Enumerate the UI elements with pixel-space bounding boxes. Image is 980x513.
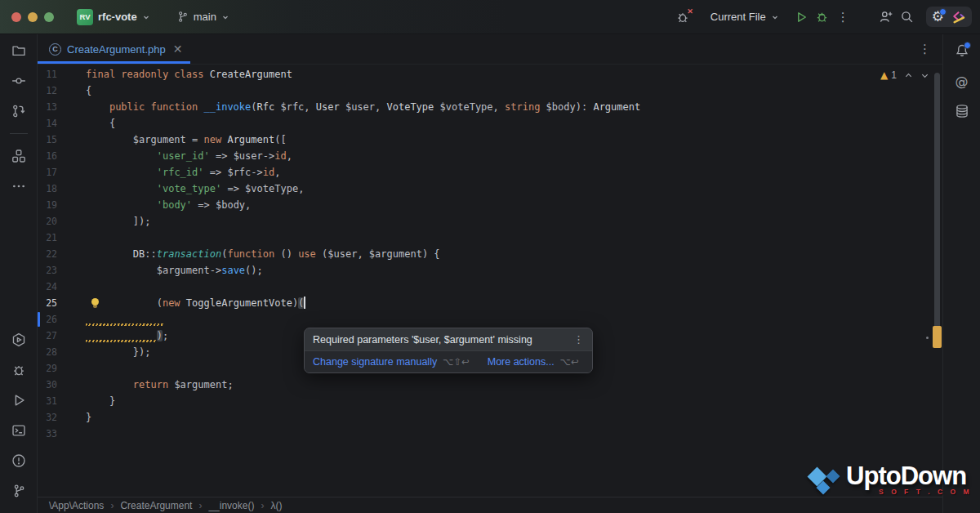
code-line[interactable]: 26: [38, 311, 942, 328]
breadcrumb-item[interactable]: CreateArgument: [120, 500, 192, 511]
run-tool-icon[interactable]: [11, 392, 27, 408]
tooltip-more-icon[interactable]: ⋮: [573, 333, 584, 346]
line-number[interactable]: 17: [38, 164, 57, 181]
close-tab-icon[interactable]: ✕: [173, 42, 183, 56]
database-icon[interactable]: [954, 103, 970, 119]
line-number[interactable]: 29: [38, 360, 57, 377]
line-number[interactable]: 33: [38, 426, 57, 442]
uptodown-watermark: UptoDown S O F T . C O M: [808, 463, 972, 500]
breadcrumb-item[interactable]: __invoke(): [208, 500, 254, 511]
breadcrumb-item[interactable]: λ(): [270, 500, 282, 511]
line-number[interactable]: 30: [38, 377, 57, 393]
line-number[interactable]: 15: [38, 132, 57, 148]
code-line[interactable]: 20 ]);: [38, 213, 942, 230]
code-with-me-button[interactable]: [875, 7, 897, 28]
line-number[interactable]: 26: [38, 311, 57, 328]
code-line[interactable]: 24: [38, 279, 942, 295]
inspection-tooltip: Required parameters '$user, $argument' m…: [304, 328, 593, 373]
terminal-icon[interactable]: [11, 422, 27, 439]
commit-icon[interactable]: [11, 73, 27, 89]
services-icon[interactable]: [11, 332, 27, 348]
breadcrumb-item[interactable]: \App\Actions: [49, 500, 104, 511]
prev-problem-icon[interactable]: [904, 71, 913, 80]
more-actions-button[interactable]: ⋮: [833, 7, 854, 28]
code-line[interactable]: 32}: [38, 409, 942, 426]
structure-icon[interactable]: [11, 148, 27, 164]
next-problem-icon[interactable]: [920, 71, 929, 80]
code-line[interactable]: 13 public function __invoke(Rfc $rfc, Us…: [38, 99, 942, 115]
zoom-window-button[interactable]: [44, 12, 54, 22]
code-line[interactable]: 19 'body' => $body,: [38, 197, 942, 213]
code-line[interactable]: 11final readonly class CreateArgument: [38, 66, 942, 83]
line-number[interactable]: 27: [38, 328, 57, 344]
code-line[interactable]: 21: [38, 230, 942, 246]
debug-listener-button[interactable]: ✕: [673, 7, 694, 28]
notifications-bell-icon[interactable]: [954, 42, 970, 59]
tooltip-action-link[interactable]: More actions...: [488, 356, 555, 368]
pull-requests-icon[interactable]: [11, 103, 27, 119]
line-number[interactable]: 19: [38, 197, 57, 213]
tooltip-message: Required parameters '$user, $argument' m…: [313, 334, 532, 346]
line-number[interactable]: 12: [38, 83, 57, 99]
warning-icon: ▲: [880, 70, 888, 80]
warning-stripe-marker[interactable]: [933, 326, 942, 348]
code-line[interactable]: 17 'rfc_id' => $rfc->id,: [38, 164, 942, 181]
git-icon[interactable]: [11, 483, 27, 499]
inspections-widget[interactable]: ▲ 1: [880, 69, 929, 81]
code-line[interactable]: 15 $argument = new Argument([: [38, 132, 942, 148]
editor[interactable]: 11final readonly class CreateArgument12{…: [38, 65, 942, 497]
line-number[interactable]: 25: [38, 295, 57, 311]
minimize-window-button[interactable]: [28, 12, 38, 22]
line-number[interactable]: 20: [38, 213, 57, 230]
intention-bulb-icon[interactable]: [91, 298, 99, 306]
search-everywhere-button[interactable]: [897, 7, 918, 28]
tooltip-action-link[interactable]: Change signature manually: [313, 356, 437, 368]
code-line[interactable]: 18 'vote_type' => $voteType,: [38, 181, 942, 197]
code-line[interactable]: 23 $argument->save();: [38, 262, 942, 279]
line-number[interactable]: 13: [38, 99, 57, 115]
line-number[interactable]: 14: [38, 115, 57, 132]
code-line[interactable]: 30 return $argument;: [38, 377, 942, 393]
warning-squiggle: [86, 340, 157, 342]
code-line[interactable]: 12{: [38, 83, 942, 99]
line-number[interactable]: 23: [38, 262, 57, 279]
line-number[interactable]: 28: [38, 344, 57, 360]
more-tools-icon[interactable]: [11, 178, 27, 194]
line-number[interactable]: 16: [38, 148, 57, 164]
code-text: 'rfc_id' => $rfc->id,: [86, 164, 280, 181]
line-number[interactable]: 21: [38, 230, 57, 246]
close-window-button[interactable]: [11, 12, 21, 22]
chevron-down-icon: [221, 13, 229, 21]
code-line[interactable]: 33: [38, 426, 942, 442]
code-line[interactable]: 22 DB::transaction(function () use ($use…: [38, 246, 942, 262]
settings-notification-dot: [939, 8, 947, 16]
debug-button[interactable]: [812, 7, 833, 28]
code-line[interactable]: 25 (new ToggleArgumentVote)(: [38, 295, 942, 311]
problems-icon[interactable]: [11, 453, 27, 469]
ai-assistant-icon[interactable]: @: [954, 73, 970, 89]
line-number[interactable]: 31: [38, 393, 57, 409]
warning-count[interactable]: 1: [891, 69, 897, 81]
project-selector[interactable]: RV rfc-vote: [72, 7, 155, 28]
line-number[interactable]: 11: [38, 66, 57, 83]
right-tool-rail: @: [942, 34, 980, 513]
line-number[interactable]: 18: [38, 181, 57, 197]
phpstorm-logo-icon[interactable]: [951, 9, 966, 25]
settings-gear-icon[interactable]: ⚙: [932, 10, 944, 24]
shortcut-hint: ⌥⇧↩: [443, 356, 470, 368]
code-line[interactable]: 14 {: [38, 115, 942, 132]
branch-selector[interactable]: main: [172, 8, 234, 25]
line-number[interactable]: 22: [38, 246, 57, 262]
line-number[interactable]: 32: [38, 409, 57, 426]
code-line[interactable]: 31 }: [38, 393, 942, 409]
line-number[interactable]: 24: [38, 279, 57, 295]
tab-createargument-php[interactable]: C CreateArgument.php ✕: [38, 34, 190, 64]
debug-tool-icon[interactable]: [11, 362, 27, 378]
editor-scrollbar[interactable]: [934, 73, 940, 344]
breadcrumb-separator: ›: [261, 500, 264, 511]
code-line[interactable]: 16 'user_id' => $user->id,: [38, 148, 942, 164]
project-folder-icon[interactable]: [11, 42, 27, 59]
run-configuration-selector[interactable]: Current File: [710, 11, 779, 23]
editor-options-icon[interactable]: ⋮: [919, 42, 931, 56]
run-button[interactable]: [791, 7, 812, 28]
